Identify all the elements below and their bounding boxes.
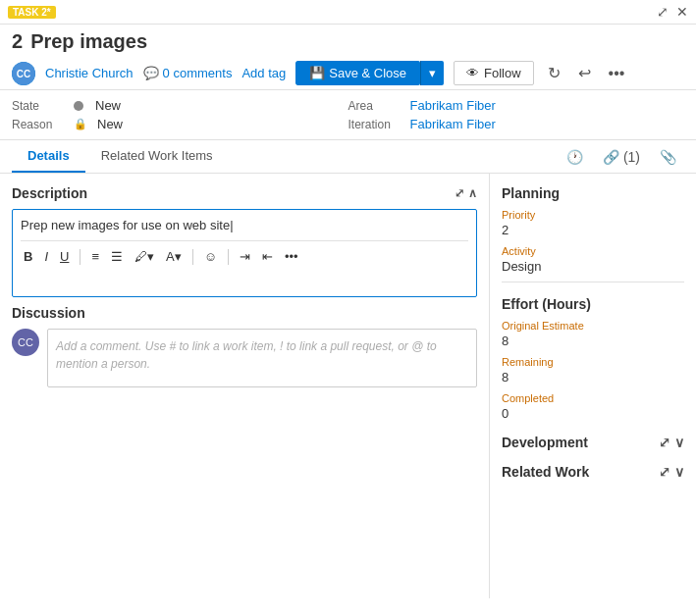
development-chevron-icon[interactable]: ∨ xyxy=(674,435,684,450)
priority-label: Priority xyxy=(502,209,684,221)
expand-icon[interactable]: ⤢ xyxy=(657,4,669,20)
related-work-expand-icon[interactable]: ⤢ xyxy=(659,464,670,480)
add-tag-link[interactable]: Add tag xyxy=(241,66,286,80)
italic-button[interactable]: I xyxy=(41,247,51,266)
description-text[interactable]: Prep new images for use on web site| xyxy=(21,218,468,232)
completed-label: Completed xyxy=(502,392,684,404)
svg-text:CC: CC xyxy=(17,69,30,79)
avatar: CC xyxy=(12,62,35,85)
task-badge: TASK 2* xyxy=(8,6,56,19)
comments-link[interactable]: 💬 0 comments xyxy=(143,66,233,80)
follow-button[interactable]: 👁 Follow xyxy=(454,61,534,85)
tab-details[interactable]: Details xyxy=(12,140,85,173)
state-label: State xyxy=(12,99,66,113)
comment-avatar: CC xyxy=(12,329,39,356)
emoji-button[interactable]: ☺ xyxy=(201,247,220,266)
planning-title: Planning xyxy=(502,185,684,201)
action-bar: CC Christie Church 💬 0 comments Add tag … xyxy=(12,61,684,85)
divider-1 xyxy=(502,282,684,282)
tab-related-work-items[interactable]: Related Work Items xyxy=(85,140,229,173)
iteration-field: Iteration Fabrikam Fiber xyxy=(348,117,685,131)
activity-label: Activity xyxy=(502,245,684,257)
task-title-row: 2 Prep images xyxy=(12,30,684,53)
related-work-section[interactable]: Related Work ⤢ ∨ xyxy=(502,464,684,480)
description-toolbar: B I U ≡ ☰ 🖊▾ A▾ ☺ ⇥ ⇤ ••• xyxy=(21,240,468,266)
completed-value[interactable]: 0 xyxy=(502,406,684,421)
iteration-label: Iteration xyxy=(348,118,402,131)
development-title: Development xyxy=(502,435,588,450)
tab-icon-group: 🕐 🔗 (1) 📎 xyxy=(559,145,684,169)
reason-field: Reason 🔒 New xyxy=(12,117,348,131)
reason-value[interactable]: New xyxy=(97,117,123,131)
tabs: Details Related Work Items 🕐 🔗 (1) 📎 xyxy=(0,140,696,174)
development-icons: ⤢ ∨ xyxy=(659,435,684,450)
highlight-button[interactable]: 🖊▾ xyxy=(132,247,157,266)
title-bar-right: ⤢ ✕ xyxy=(657,4,688,20)
outdent-button[interactable]: ⇤ xyxy=(259,247,276,266)
toolbar-sep-2 xyxy=(192,249,193,265)
related-work-title: Related Work xyxy=(502,464,589,480)
refresh-button[interactable]: ↻ xyxy=(544,62,564,84)
state-dot xyxy=(74,101,83,111)
original-estimate-value[interactable]: 8 xyxy=(502,334,684,348)
main-content: Description ⤢∧ Prep new images for use o… xyxy=(0,174,696,598)
save-icon: 💾 xyxy=(309,66,325,80)
related-work-chevron-icon[interactable]: ∨ xyxy=(674,464,684,480)
follow-label: Follow xyxy=(484,66,521,80)
description-box[interactable]: Prep new images for use on web site| B I… xyxy=(12,209,477,297)
discussion-section-title: Discussion xyxy=(12,305,477,321)
area-field: Area Fabrikam Fiber xyxy=(348,98,685,113)
fields-row: State New Area Fabrikam Fiber Reason 🔒 N… xyxy=(0,90,696,140)
toolbar-sep-3 xyxy=(228,249,229,265)
comment-icon: 💬 xyxy=(143,66,159,80)
description-label: Description xyxy=(12,185,87,201)
more-options-button[interactable]: ••• xyxy=(605,63,629,84)
attachment-tab-icon[interactable]: 📎 xyxy=(652,145,684,169)
align-button[interactable]: ≡ xyxy=(88,247,102,266)
title-bar: TASK 2* ⤢ ✕ xyxy=(0,0,696,25)
related-work-icons: ⤢ ∨ xyxy=(659,464,684,480)
underline-button[interactable]: U xyxy=(57,247,72,266)
description-expand-icon[interactable]: ⤢∧ xyxy=(455,186,477,200)
area-label: Area xyxy=(348,99,402,113)
close-icon[interactable]: ✕ xyxy=(676,4,688,20)
discussion-input-area: CC Add a comment. Use # to link a work i… xyxy=(12,329,477,387)
bold-button[interactable]: B xyxy=(21,247,35,266)
reason-label: Reason xyxy=(12,118,66,131)
task-title-text: Prep images xyxy=(30,30,147,53)
state-value[interactable]: New xyxy=(95,98,121,113)
discussion-label: Discussion xyxy=(12,305,85,321)
history-tab-icon[interactable]: 🕐 xyxy=(559,145,591,169)
comment-input[interactable]: Add a comment. Use # to link a work item… xyxy=(47,329,477,387)
left-panel: Description ⤢∧ Prep new images for use o… xyxy=(0,174,490,598)
original-estimate-label: Original Estimate xyxy=(502,320,684,332)
undo-button[interactable]: ↩ xyxy=(574,62,595,84)
activity-value[interactable]: Design xyxy=(502,259,684,274)
remaining-label: Remaining xyxy=(502,356,684,368)
comment-avatar-initials: CC xyxy=(18,336,33,348)
link-tab-icon[interactable]: 🔗 (1) xyxy=(595,145,648,169)
more-format-button[interactable]: ••• xyxy=(282,247,301,266)
comments-count: 0 comments xyxy=(163,66,233,80)
comment-placeholder: Add a comment. Use # to link a work item… xyxy=(56,339,437,371)
font-color-button[interactable]: A▾ xyxy=(163,247,185,266)
indent-button[interactable]: ⇥ xyxy=(237,247,253,266)
area-value[interactable]: Fabrikam Fiber xyxy=(410,98,496,113)
development-section[interactable]: Development ⤢ ∨ xyxy=(502,435,684,450)
task-number: 2 xyxy=(12,30,23,53)
header: 2 Prep images CC Christie Church 💬 0 com… xyxy=(0,25,696,90)
description-section-title: Description ⤢∧ xyxy=(12,185,477,201)
state-field: State New xyxy=(12,98,348,113)
list-button[interactable]: ☰ xyxy=(108,247,126,266)
save-close-dropdown-button[interactable]: ▾ xyxy=(420,61,444,85)
save-close-group: 💾 Save & Close ▾ xyxy=(295,61,444,85)
remaining-value[interactable]: 8 xyxy=(502,370,684,385)
priority-value[interactable]: 2 xyxy=(502,223,684,237)
lock-icon: 🔒 xyxy=(74,118,87,130)
save-close-button[interactable]: 💾 Save & Close xyxy=(295,61,420,85)
title-bar-left: TASK 2* xyxy=(8,6,56,19)
iteration-value[interactable]: Fabrikam Fiber xyxy=(410,117,496,131)
development-expand-icon[interactable]: ⤢ xyxy=(659,435,670,450)
author-name[interactable]: Christie Church xyxy=(45,66,134,80)
save-close-label: Save & Close xyxy=(329,66,406,80)
